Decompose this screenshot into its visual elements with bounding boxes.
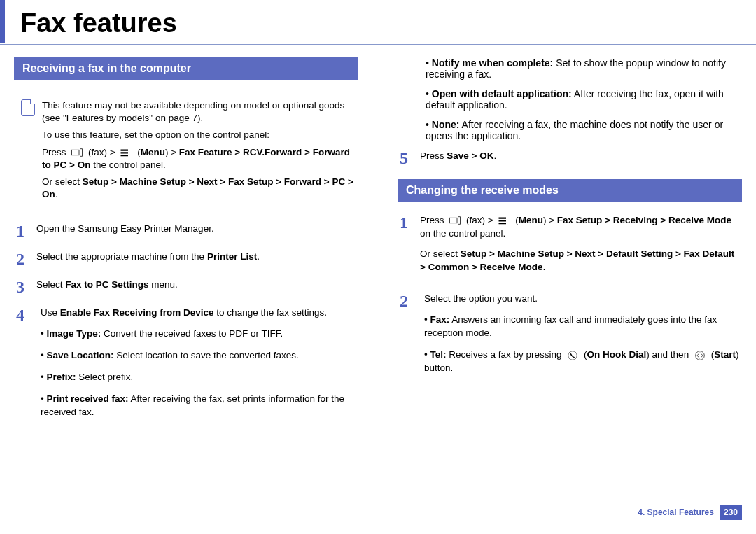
content-columns: Receiving a fax in the computer This fea… — [0, 57, 756, 439]
left-column: Receiving a fax in the computer This fea… — [14, 57, 358, 439]
menu-icon — [498, 216, 510, 225]
step-body: Press Save > OK. — [420, 150, 742, 167]
svg-rect-3 — [121, 152, 129, 153]
step-body: Select the option you want. • Fax: Answe… — [420, 293, 742, 384]
svg-rect-1 — [80, 149, 83, 157]
svg-rect-0 — [72, 150, 80, 155]
step-1: 1 Open the Samsung Easy Printer Manager. — [14, 223, 358, 239]
right-column: • Notify me when complete: Set to show t… — [398, 57, 742, 439]
svg-marker-12 — [697, 352, 703, 358]
footer-chapter: 4. Special Features — [638, 507, 714, 517]
step-number: 2 — [398, 293, 410, 384]
page-title: Fax features — [0, 0, 756, 43]
note-line-4: Or select Setup > Machine Setup > Next >… — [42, 176, 358, 201]
start-icon — [694, 351, 706, 360]
step-number: 2 — [14, 251, 27, 267]
header-rule — [0, 44, 756, 45]
svg-rect-9 — [499, 223, 507, 224]
right-top-bullets: • Notify me when complete: Set to show t… — [421, 57, 742, 141]
svg-rect-7 — [499, 218, 507, 219]
note-line-2: To use this feature, set the option on t… — [42, 129, 358, 141]
fax-icon — [449, 216, 461, 225]
step-body: Use Enable Fax Receiving from Device to … — [36, 307, 358, 428]
menu-icon — [120, 148, 132, 157]
note-body: This feature may not be available depend… — [42, 99, 358, 206]
right-step-1: 1 Press (fax) > (Menu) > Fax Setup > Rec… — [398, 214, 742, 281]
right-step-2: 2 Select the option you want. • Fax: Ans… — [398, 293, 742, 384]
svg-rect-8 — [499, 220, 507, 222]
step-body: Select Fax to PC Settings menu. — [36, 279, 358, 295]
note-box: This feature may not be available depend… — [14, 92, 358, 213]
svg-rect-4 — [121, 155, 129, 156]
step-number: 5 — [398, 150, 410, 167]
svg-rect-6 — [458, 217, 461, 225]
step-body: Open the Samsung Easy Printer Manager. — [36, 223, 358, 239]
svg-rect-5 — [450, 218, 458, 224]
step-number: 4 — [14, 307, 27, 428]
step-4: 4 Use Enable Fax Receiving from Device t… — [14, 307, 358, 428]
svg-rect-2 — [121, 150, 129, 151]
step-3: 3 Select Fax to PC Settings menu. — [14, 279, 358, 295]
step-number: 1 — [14, 223, 27, 239]
step-body: Select the appropriate machine from the … — [36, 251, 358, 267]
step-5: 5 Press Save > OK. — [398, 150, 742, 167]
fax-icon — [71, 148, 83, 157]
section-heading-right: Changing the receive modes — [398, 179, 742, 202]
step-body: Press (fax) > (Menu) > Fax Setup > Recei… — [420, 214, 742, 281]
footer: 4. Special Features 230 — [638, 505, 742, 520]
section-heading-left: Receiving a fax in the computer — [14, 57, 358, 80]
note-line-3: Press (fax) > (Menu) > Fax Feature > RCV… — [42, 146, 358, 171]
note-line-1: This feature may not be available depend… — [42, 99, 358, 125]
footer-page: 230 — [720, 505, 742, 520]
step-2: 2 Select the appropriate machine from th… — [14, 251, 358, 267]
phone-icon — [566, 351, 579, 360]
svg-point-10 — [568, 351, 578, 360]
step-number: 1 — [398, 214, 410, 281]
note-icon — [21, 99, 35, 116]
left-steps: 1 Open the Samsung Easy Printer Manager.… — [14, 223, 358, 428]
step-number: 3 — [14, 279, 27, 295]
